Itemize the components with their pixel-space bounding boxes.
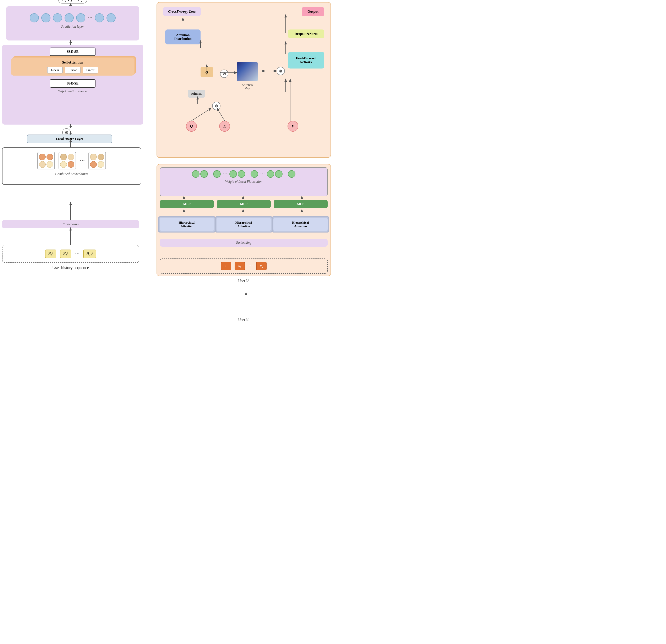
h-dots: ⋯ [75, 251, 80, 257]
pred-circle-4 [65, 13, 74, 22]
diagram-container: H2u H3u ⋯ Hnu ⋯ Prediction layer SSE-SE … [0, 0, 333, 322]
softmax-box: softmax [188, 90, 205, 98]
wlf-circle-9 [288, 170, 295, 178]
embedding-left-label: Embedding [63, 222, 78, 226]
hier-attn-box-2: HierarchicalAttention [216, 218, 271, 231]
output-box: Output [302, 7, 324, 16]
wlf-circle-5 [238, 170, 245, 178]
phi-box: φ [200, 67, 213, 77]
emb-matrix-2 [58, 152, 76, 169]
user-id-label: User Id [157, 279, 331, 283]
hier-attn-group-1: HierarchicalAttention [160, 218, 214, 231]
un-box: un [256, 262, 266, 270]
user-id-section: u1 u2 ⋯ un [160, 259, 328, 274]
wlf-circle-3 [213, 170, 221, 178]
mlp-1: MLP [160, 200, 214, 208]
hier-attn-group-2: HierarchicalAttention [216, 218, 271, 231]
wlf-dots-2: ⋯ [246, 172, 250, 176]
v-circle: V [287, 121, 298, 132]
sa-blocks-label: Self-Attention Blocks [5, 89, 140, 93]
formula-top: H2u H3u ⋯ Hnu [58, 0, 87, 3]
mlp-2: MLP [217, 200, 271, 208]
embedding-right-label: Embedding [236, 241, 251, 244]
sa-blocks: SSE-SE Self-Attention Linear Linear Line… [2, 45, 143, 125]
mlp-row: MLP MLP MLP [160, 200, 328, 208]
wlf-dots-1: ⋯ [209, 172, 212, 176]
wlf-circle-2 [200, 170, 208, 178]
pred-circle-6 [95, 13, 104, 22]
dropout-box: Dropout&Norm [288, 30, 324, 38]
svg-line-10 [191, 108, 211, 121]
attention-map-label: AttentionMap [234, 84, 261, 90]
wlf-circle-8 [275, 170, 283, 178]
otimes-phi-map: ⊗ [220, 70, 228, 78]
self-attn-label: Self-Attention [15, 60, 131, 65]
wlf-section: ⋯ ⋯ ⋯ ⋯ ⋯ W [160, 167, 328, 196]
pred-circle-2 [41, 13, 50, 22]
sse-se-top: SSE-SE [50, 48, 95, 56]
linear-box-3: Linear [83, 67, 98, 73]
user-id-bottom-label: User Id [157, 318, 331, 322]
attention-map [237, 62, 258, 81]
crossentropy-box: CrossEntropy Loss [163, 7, 201, 16]
wlf-dots-main2: ⋯ [260, 171, 265, 177]
attn-dist-box: AttentionDistribution [165, 30, 200, 45]
pred-dots: ⋯ [88, 15, 92, 20]
user-history-section: H1u H2u ⋯ Hn-1u User history sequence [2, 245, 139, 270]
hier-attn-row: HierarchicalAttention HierarchicalAttent… [160, 218, 328, 231]
otimes-qk: ⊗ [212, 102, 221, 110]
q-circle: Q [186, 121, 197, 132]
pred-circle-5 [76, 13, 85, 22]
user-history-label: User history sequence [2, 265, 139, 270]
embedding-left: Embedding [2, 220, 139, 228]
hn1-box: Hn-1u [83, 249, 96, 258]
wlf-dots-3: ⋯ [283, 172, 287, 176]
h2-box: H2u [60, 249, 71, 258]
pred-circle-3 [53, 13, 62, 22]
h1-box: H1u [45, 249, 56, 258]
user-history-box: H1u H2u ⋯ Hn-1u [2, 245, 139, 263]
pred-circle-7 [106, 13, 116, 22]
prediction-layer-label: Prediction layer [11, 24, 135, 29]
prediction-layer: H2u H3u ⋯ Hnu ⋯ Prediction layer [6, 6, 139, 40]
combined-label: Combined Embeddings [4, 172, 139, 176]
mlp-3: MLP [274, 200, 328, 208]
sse-se-bottom: SSE-SE [50, 79, 95, 88]
hier-attn-group-3: HierarchicalAttention [274, 218, 328, 231]
linear-box-1: Linear [47, 67, 63, 73]
right-panel-top: CrossEntropy Loss Output Dropout&Norm Fe… [157, 2, 331, 158]
user-id-box: u1 u2 ⋯ un [160, 259, 328, 274]
wlf-label: Weight of Local Fluctuation [163, 180, 325, 184]
pred-circle-1 [30, 13, 39, 22]
wlf-circle-1 [192, 170, 199, 178]
wlf-circle-6 [250, 170, 258, 178]
combined-embeddings: ⋯ Combined Embeddings [2, 147, 141, 185]
emb-dots: ⋯ [80, 158, 85, 163]
embedding-right: Embedding [160, 239, 328, 247]
hier-attn-box-3: HierarchicalAttention [274, 218, 328, 231]
u2-box: u2 [234, 262, 245, 270]
linear-box-2: Linear [65, 67, 80, 73]
local-aware-layer: Local-Aware Layer [27, 135, 112, 143]
right-panel-bottom: ⋯ ⋯ ⋯ ⋯ ⋯ W [157, 164, 331, 276]
wlf-dots-main: ⋯ [223, 171, 227, 177]
emb-matrix-1 [37, 152, 55, 169]
wlf-circle-7 [267, 170, 274, 178]
hier-attn-box-1: HierarchicalAttention [160, 218, 214, 231]
svg-line-11 [217, 108, 225, 121]
otimes-v-ffn: ⊗ [277, 67, 285, 75]
k-circle: K [219, 121, 230, 132]
wlf-circle-4 [229, 170, 237, 178]
u1-box: u1 [221, 262, 231, 270]
emb-matrix-3 [88, 152, 106, 169]
self-attn-block: Self-Attention Linear Linear Linear [11, 58, 134, 75]
ffn-box: Feed-ForwardNetwork [288, 52, 324, 69]
u-dots: ⋯ [248, 263, 253, 268]
